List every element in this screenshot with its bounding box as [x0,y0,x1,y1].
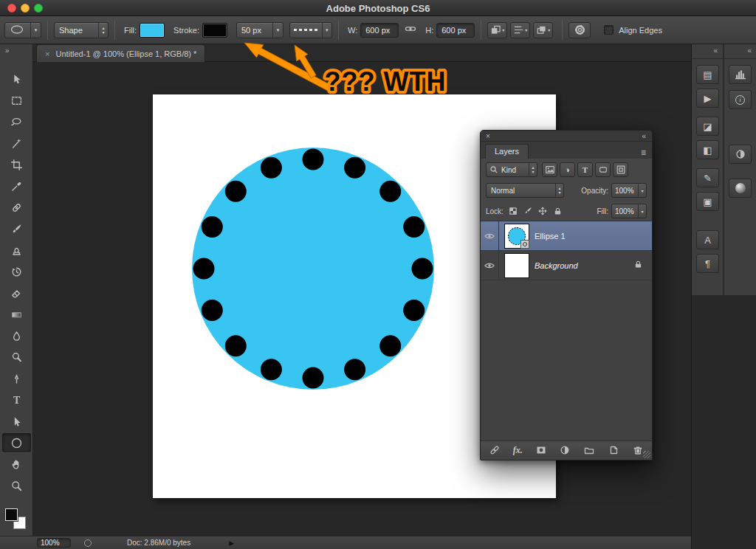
hand-tool[interactable] [6,455,27,474]
color-panel-icon[interactable] [729,145,752,164]
fill-color-swatch[interactable] [140,23,165,38]
blur-tool[interactable] [6,326,27,345]
brush-presets-panel-icon[interactable]: ✎ [696,168,719,187]
status-flyout-icon[interactable]: ▶ [229,539,234,547]
ellipse-shape[interactable] [188,143,439,394]
link-dimensions-icon[interactable] [404,23,417,38]
layers-panel-titlebar[interactable]: × « [481,131,652,142]
masks-panel-icon[interactable]: ◧ [696,140,719,159]
expand-dock-icon[interactable]: « [724,44,756,59]
path-arrangement-button[interactable]: ▾ [533,22,553,38]
tool-preset-picker[interactable]: ▾ [4,22,41,38]
layer-thumbnail[interactable] [504,253,529,278]
path-operations-button[interactable]: ▾ [487,22,507,38]
panel-dock: « ▤ ▶ ◪ ◧ ✎ ▣ A ¶ « i [691,44,756,549]
lock-pixels-icon[interactable] [522,205,535,218]
tool-mode-select[interactable]: Shape ▴▾ [54,22,109,38]
black-arrow-icon [10,415,23,428]
spot-healing-brush-tool[interactable] [6,198,27,217]
rectangular-marquee-tool[interactable] [6,91,27,110]
zoom-level-input[interactable]: 100% [37,538,71,548]
delete-layer-icon[interactable] [632,444,644,458]
layers-tab[interactable]: Layers [485,144,529,159]
document-tab[interactable]: × Untitled-1 @ 100% (Ellipse 1, RGB/8) * [36,44,205,62]
gradient-tool[interactable] [6,305,27,324]
filter-smart-objects-icon[interactable] [613,162,628,177]
eraser-tool[interactable] [6,283,27,303]
styles-panel-icon[interactable] [729,179,752,198]
path-selection-tool[interactable] [6,412,27,431]
lock-all-icon[interactable] [551,205,564,218]
close-tab-icon[interactable]: × [45,49,49,58]
clone-source-panel-icon[interactable]: ▣ [696,192,719,211]
brush-tool[interactable] [6,219,27,238]
expand-dock-icon[interactable]: « [692,44,723,59]
actions-panel-icon[interactable]: ▶ [696,89,719,108]
zoom-tool[interactable] [6,476,27,495]
expand-tools-icon[interactable]: » [0,44,32,55]
shape-width-input[interactable]: 600 px [360,23,399,38]
align-edges-checkbox[interactable] [604,25,614,35]
layers-tab-row: Layers ≡ [481,142,652,159]
photoshop-window: Adobe Photoshop CS6 ▾ Shape ▴▾ Fill: Str… [0,0,756,549]
stroke-style-select[interactable]: ▾ [289,22,332,38]
new-adjustment-layer-icon[interactable] [559,444,571,458]
layer-thumbnail[interactable] [504,224,529,249]
foreground-color-swatch[interactable] [5,508,18,521]
layer-name[interactable]: Ellipse 1 [535,232,566,241]
layer-row-background[interactable]: Background [481,251,652,280]
stroke-color-swatch[interactable] [202,23,227,38]
geometry-options-button[interactable] [568,22,591,38]
width-label: W: [348,26,357,35]
separator [481,21,481,40]
add-layer-mask-icon[interactable] [535,444,547,458]
close-panel-icon[interactable]: × [486,132,490,140]
layer-name[interactable]: Background [535,261,578,270]
adjustments-panel-icon[interactable]: ◪ [696,117,719,136]
filter-pixel-layers-icon[interactable] [542,162,557,177]
lasso-tool[interactable] [6,112,27,131]
layer-visibility-toggle[interactable] [481,221,499,250]
link-layers-icon[interactable] [489,444,501,458]
layer-visibility-toggle[interactable] [481,251,499,280]
pen-tool[interactable] [6,369,27,388]
chevron-down-icon: ▾ [502,27,504,32]
collapse-panel-icon[interactable]: « [642,132,647,140]
history-brush-tool[interactable] [6,262,27,281]
histogram-panel-icon[interactable] [729,65,752,84]
stepper-icon: ▴▾ [555,184,563,197]
filter-shape-layers-icon[interactable] [595,162,611,177]
character-panel-icon[interactable]: A [696,230,719,249]
new-layer-icon[interactable] [608,444,619,458]
ellipse-tool[interactable] [2,433,31,452]
fill-opacity-select[interactable]: 100% ▾ [611,204,647,218]
panel-menu-icon[interactable]: ≡ [641,150,646,156]
eye-icon [484,262,495,269]
crop-tool[interactable] [6,155,27,174]
filter-type-layers-icon[interactable]: T [577,162,593,177]
type-tool[interactable]: T [6,390,27,410]
filter-adjustment-layers-icon[interactable]: ◑ [560,162,575,177]
dodge-tool[interactable] [6,348,27,367]
panel-resize-grip[interactable] [643,451,650,458]
lock-position-icon[interactable] [537,205,549,218]
shape-height-input[interactable]: 600 px [436,23,475,38]
move-tool[interactable] [6,69,27,89]
lock-transparency-icon[interactable] [507,205,520,218]
new-group-icon[interactable] [583,444,595,458]
stroke-width-select[interactable]: 50 px ▾ [236,22,284,38]
filter-kind-select[interactable]: Kind ▴▾ [486,162,537,177]
path-alignment-button[interactable]: ▾ [510,22,530,38]
layer-row-ellipse-1[interactable]: Ellipse 1 [481,221,652,251]
layer-comps-panel-icon[interactable]: ▤ [696,65,719,84]
blend-mode-select[interactable]: Normal ▴▾ [486,183,564,198]
info-panel-icon[interactable]: i [729,90,752,109]
eyedropper-tool[interactable] [6,176,27,196]
clone-stamp-tool[interactable] [6,241,27,260]
opacity-select[interactable]: 100% ▾ [611,183,647,198]
paragraph-panel-icon[interactable]: ¶ [696,254,719,273]
quick-selection-tool[interactable] [6,134,27,153]
stroke-width-value: 50 px [237,26,272,35]
layer-filter-row: Kind ▴▾ ◑ T [481,160,652,179]
layer-style-icon[interactable]: fx. [513,445,523,456]
